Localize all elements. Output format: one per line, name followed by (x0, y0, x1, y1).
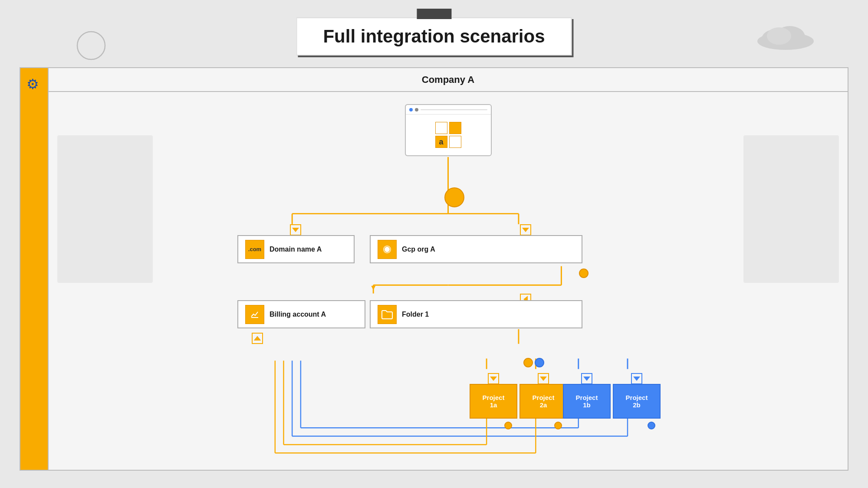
billing-account-label: Billing account A (270, 311, 326, 318)
right-gray-panel (743, 135, 839, 283)
project-1b-box: Project1b (563, 384, 611, 419)
left-gray-panel (57, 135, 153, 283)
svg-point-3 (767, 27, 791, 45)
page-title: Full integration scenarios (323, 26, 545, 46)
folder-icon (378, 305, 397, 324)
gcp-org-label: Gcp org A (402, 246, 435, 253)
app-sq-letter: a (435, 136, 447, 148)
domain-icon: .com (245, 240, 264, 259)
browser-dot-2 (415, 108, 418, 111)
folder-blue-circle (535, 358, 544, 367)
browser-titlebar (406, 105, 491, 115)
svg-point-4 (77, 32, 105, 59)
app-sq-1 (435, 122, 447, 134)
gcp-org-box: Gcp org A (370, 235, 582, 263)
folder-label: Folder 1 (402, 311, 429, 318)
project-2a-bottom-circle (554, 422, 562, 429)
app-sq-4 (449, 136, 461, 148)
gear-icon: ⚙ (26, 76, 39, 92)
folder-box: Folder 1 (370, 300, 582, 328)
domain-icon-text: .com (248, 246, 261, 252)
left-sidebar: ⚙ (20, 68, 49, 470)
arrow-down-proj1a (490, 377, 497, 381)
content-area: a (49, 92, 848, 470)
arrow-down-proj1b (583, 377, 590, 381)
cloud-decoration (755, 24, 816, 50)
folder-orange-circle (523, 358, 533, 367)
arrow-box-proj2a (538, 373, 549, 384)
billing-arrow-4 (252, 333, 263, 344)
billing-account-box: Billing account A (237, 300, 365, 328)
project-1a-bottom-circle (504, 422, 512, 429)
arrow-down-proj2a (540, 377, 547, 381)
browser-address-bar (421, 109, 487, 110)
app-squares: a (435, 122, 461, 148)
project-1a-box: Project1a (470, 384, 517, 419)
domain-name-box: .com Domain name A (237, 235, 355, 263)
title-card: Full integration scenarios (296, 17, 572, 56)
arrow-box-domain (290, 224, 301, 236)
arrow-down-proj2b (633, 377, 640, 381)
arrow-down-gcp (522, 228, 529, 232)
browser-content: a (406, 115, 491, 155)
project-2a-label: Project2a (533, 394, 555, 409)
project-2b-bottom-circle (648, 422, 655, 429)
project-1b-label: Project1b (576, 394, 598, 409)
company-label: Company A (422, 74, 474, 85)
project-1a-label: Project1a (483, 394, 505, 409)
gcp-icon (378, 240, 397, 259)
billing-icon (245, 305, 264, 324)
project-2a-box: Project2a (519, 384, 567, 419)
head-decoration (69, 30, 113, 65)
project-2b-box: Project2b (613, 384, 661, 419)
svg-marker-16 (371, 286, 375, 290)
arrow-box-gcp (520, 224, 531, 236)
arrow-box-proj2b (631, 373, 642, 384)
browser-window: a (405, 104, 492, 156)
orange-hub-circle (444, 187, 464, 207)
arrow-box-proj1b (581, 373, 592, 384)
title-card-tab (417, 9, 451, 19)
arrow-up-4 (254, 336, 261, 341)
header-bar: Company A (49, 68, 848, 92)
main-frame: ⚙ Company A a (20, 67, 848, 471)
arrow-down-domain (292, 228, 299, 232)
domain-name-label: Domain name A (270, 246, 322, 253)
gcp-right-circle (579, 269, 589, 278)
arrow-box-proj1a (488, 373, 499, 384)
app-sq-2 (449, 122, 461, 134)
browser-dot-1 (409, 108, 413, 111)
project-2b-label: Project2b (626, 394, 648, 409)
